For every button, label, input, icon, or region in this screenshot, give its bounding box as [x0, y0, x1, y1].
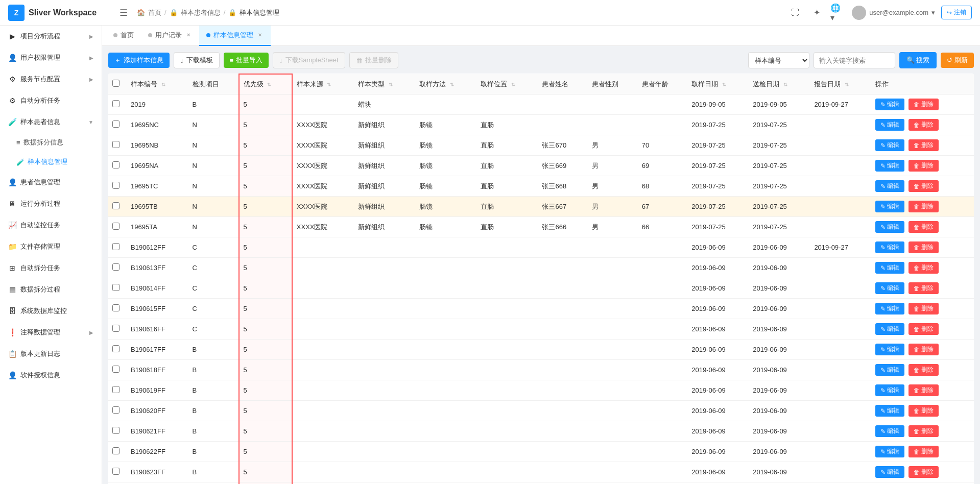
- tab-home[interactable]: 首页: [106, 26, 141, 46]
- delete-button[interactable]: 🗑 删除: [909, 241, 939, 253]
- delete-button[interactable]: 🗑 删除: [909, 425, 939, 437]
- batch-import-button[interactable]: ≡ 批量导入: [224, 53, 269, 68]
- edit-button[interactable]: ✎ 编辑: [875, 323, 904, 335]
- delete-button[interactable]: 🗑 删除: [909, 323, 939, 335]
- delete-button[interactable]: 🗑 删除: [909, 160, 939, 172]
- sidebar-item-data-split-process[interactable]: ▦ 数据拆分过程: [0, 279, 102, 300]
- row-checkbox[interactable]: [112, 141, 119, 148]
- sort-icon[interactable]: ⇅: [783, 82, 787, 87]
- sidebar-item-version-log[interactable]: 📋 版本更新日志: [0, 343, 102, 365]
- search-button[interactable]: 🔍 搜索: [899, 52, 937, 68]
- edit-button[interactable]: ✎ 编辑: [875, 303, 904, 314]
- row-checkbox[interactable]: [112, 182, 119, 189]
- delete-button[interactable]: 🗑 删除: [909, 139, 939, 151]
- row-checkbox[interactable]: [112, 202, 119, 209]
- logout-button[interactable]: ↪ 注销: [941, 6, 972, 19]
- delete-button[interactable]: 🗑 删除: [909, 201, 939, 212]
- delete-button[interactable]: 🗑 删除: [909, 384, 939, 396]
- refresh-button[interactable]: ↺ 刷新: [941, 53, 974, 68]
- sort-icon[interactable]: ⇅: [267, 82, 271, 87]
- menu-toggle-icon[interactable]: ☰: [115, 5, 132, 20]
- row-checkbox[interactable]: [112, 386, 119, 393]
- tab-sample-manage[interactable]: 样本信息管理 ✕: [199, 26, 271, 46]
- sidebar-item-project-flow[interactable]: ▶ 项目分析流程 ▶: [0, 26, 102, 47]
- delete-button[interactable]: 🗑 删除: [909, 221, 939, 233]
- row-checkbox[interactable]: [112, 345, 119, 352]
- edit-button[interactable]: ✎ 编辑: [875, 139, 904, 151]
- row-checkbox[interactable]: [112, 468, 119, 475]
- sidebar-item-annotation-data[interactable]: ❗ 注释数据管理 ▶: [0, 322, 102, 343]
- edit-button[interactable]: ✎ 编辑: [875, 160, 904, 172]
- globe-icon[interactable]: 🌐 ▾: [830, 5, 846, 20]
- search-type-select[interactable]: 样本编号 检测项目 患者姓名: [748, 52, 809, 68]
- breadcrumb-home[interactable]: 首页: [148, 8, 161, 17]
- row-checkbox[interactable]: [112, 284, 119, 291]
- delete-button[interactable]: 🗑 删除: [909, 405, 939, 417]
- edit-button[interactable]: ✎ 编辑: [875, 119, 904, 131]
- edit-button[interactable]: ✎ 编辑: [875, 282, 904, 294]
- sidebar-item-system-db[interactable]: 🗄 系统数据库监控: [0, 300, 102, 322]
- row-checkbox[interactable]: [112, 100, 119, 107]
- settings-icon[interactable]: ✦: [809, 5, 824, 20]
- delete-button[interactable]: 🗑 删除: [909, 344, 939, 355]
- edit-button[interactable]: ✎ 编辑: [875, 241, 904, 253]
- delete-button[interactable]: 🗑 删除: [909, 262, 939, 274]
- sort-icon[interactable]: ⇅: [511, 82, 515, 87]
- row-checkbox[interactable]: [112, 304, 119, 311]
- sidebar-item-patient-manage[interactable]: 👤 患者信息管理: [0, 172, 102, 193]
- edit-button[interactable]: ✎ 编辑: [875, 466, 904, 478]
- sort-icon[interactable]: ⇅: [450, 82, 454, 87]
- delete-button[interactable]: 🗑 删除: [909, 119, 939, 131]
- row-checkbox[interactable]: [112, 120, 119, 128]
- fullscreen-icon[interactable]: ⛶: [787, 5, 803, 20]
- sidebar-item-auto-split[interactable]: ⊞ 自动拆分任务: [0, 257, 102, 279]
- row-checkbox[interactable]: [112, 263, 119, 271]
- tab-close-active-icon[interactable]: ✕: [256, 32, 264, 38]
- sort-icon[interactable]: ⇅: [722, 82, 726, 87]
- sidebar-item-user-permissions[interactable]: 👤 用户权限管理 ▶: [0, 47, 102, 68]
- user-info[interactable]: user@example.com ▾: [852, 6, 935, 20]
- sidebar-item-auto-monitor[interactable]: 📈 自动监控任务: [0, 214, 102, 236]
- sidebar-item-auto-analysis[interactable]: ⚙ 自动分析任务: [0, 90, 102, 111]
- row-checkbox[interactable]: [112, 366, 119, 373]
- row-checkbox[interactable]: [112, 161, 119, 168]
- sort-icon[interactable]: ⇅: [389, 82, 393, 87]
- delete-button[interactable]: 🗑 删除: [909, 303, 939, 314]
- download-template-button[interactable]: ↓ 下载模板: [174, 52, 220, 68]
- search-input[interactable]: [814, 52, 895, 68]
- edit-button[interactable]: ✎ 编辑: [875, 180, 904, 192]
- delete-button[interactable]: 🗑 删除: [909, 466, 939, 478]
- edit-button[interactable]: ✎ 编辑: [875, 99, 904, 110]
- row-checkbox[interactable]: [112, 406, 119, 414]
- edit-button[interactable]: ✎ 编辑: [875, 221, 904, 233]
- add-sample-button[interactable]: ＋ 添加样本信息: [108, 53, 170, 68]
- edit-button[interactable]: ✎ 编辑: [875, 364, 904, 376]
- edit-button[interactable]: ✎ 编辑: [875, 446, 904, 457]
- sort-icon[interactable]: ⇅: [327, 82, 331, 87]
- tab-user-record[interactable]: 用户记录 ✕: [141, 26, 199, 46]
- sort-icon[interactable]: ⇅: [161, 82, 165, 87]
- breadcrumb-sample-patient[interactable]: 样本患者信息: [181, 8, 221, 17]
- edit-button[interactable]: ✎ 编辑: [875, 405, 904, 417]
- edit-button[interactable]: ✎ 编辑: [875, 262, 904, 274]
- sidebar-item-service-node[interactable]: ⚙ 服务节点配置 ▶: [0, 68, 102, 90]
- select-all-checkbox[interactable]: [112, 80, 119, 87]
- row-checkbox[interactable]: [112, 223, 119, 230]
- delete-button[interactable]: 🗑 删除: [909, 282, 939, 294]
- sidebar-item-software-auth[interactable]: 👤 软件授权信息: [0, 365, 102, 386]
- row-checkbox[interactable]: [112, 447, 119, 454]
- sidebar-item-run-analysis[interactable]: 🖥 运行分析过程: [0, 193, 102, 214]
- sort-icon[interactable]: ⇅: [845, 82, 849, 87]
- sidebar-item-sample-patient[interactable]: 🧪 样本患者信息 ▼: [0, 111, 102, 133]
- edit-button[interactable]: ✎ 编辑: [875, 344, 904, 355]
- delete-button[interactable]: 🗑 删除: [909, 99, 939, 110]
- edit-button[interactable]: ✎ 编辑: [875, 201, 904, 212]
- edit-button[interactable]: ✎ 编辑: [875, 425, 904, 437]
- sidebar-item-file-storage[interactable]: 📁 文件存储管理: [0, 236, 102, 257]
- row-checkbox[interactable]: [112, 243, 119, 250]
- edit-button[interactable]: ✎ 编辑: [875, 384, 904, 396]
- delete-button[interactable]: 🗑 删除: [909, 180, 939, 192]
- sidebar-item-data-split[interactable]: ≡ 数据拆分信息: [16, 133, 102, 152]
- delete-button[interactable]: 🗑 删除: [909, 446, 939, 457]
- delete-button[interactable]: 🗑 删除: [909, 364, 939, 376]
